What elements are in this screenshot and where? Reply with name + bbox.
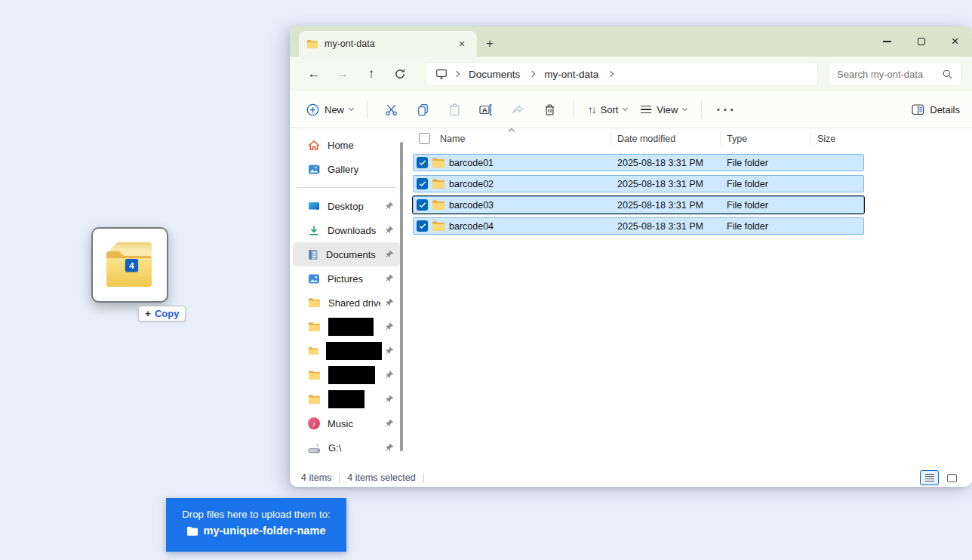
sidebar-item-redacted[interactable] <box>293 363 400 387</box>
folder-icon <box>306 39 318 49</box>
file-list-area: Name Date modified Type Size barcode01 2… <box>403 128 972 469</box>
folder-icon <box>432 157 445 168</box>
breadcrumb-item-documents[interactable]: Documents <box>466 67 523 82</box>
sidebar-item-label: Gallery <box>328 164 394 175</box>
pin-icon <box>385 250 394 259</box>
folder-icon <box>308 370 321 380</box>
rename-button[interactable]: A <box>470 96 502 123</box>
sidebar-item-redacted[interactable] <box>293 315 400 339</box>
chevron-right-icon[interactable] <box>529 71 535 77</box>
sidebar-item-redacted[interactable] <box>293 339 400 363</box>
file-row-barcode02[interactable]: barcode02 2025-08-18 3:31 PM File folder <box>413 175 864 192</box>
file-name: barcode04 <box>449 221 494 232</box>
sidebar-item-g-drive[interactable]: ? G:\ <box>293 435 400 460</box>
forward-button[interactable]: → <box>329 61 356 87</box>
file-row-barcode01[interactable]: barcode01 2025-08-18 3:31 PM File folder <box>413 154 864 171</box>
back-button[interactable]: ← <box>300 61 328 87</box>
thumbnail-icon <box>947 474 957 482</box>
minimize-button[interactable] <box>870 26 904 57</box>
refresh-button[interactable] <box>386 61 414 87</box>
svg-text:?: ? <box>316 442 319 448</box>
pin-icon <box>385 395 394 404</box>
file-row-barcode03[interactable]: barcode03 2025-08-18 3:31 PM File folder <box>413 196 864 214</box>
row-checkbox-checked[interactable] <box>417 157 428 168</box>
copy-icon <box>417 103 429 116</box>
sidebar-item-gallery[interactable]: Gallery <box>293 157 400 181</box>
sidebar-item-label: Downloads <box>328 225 377 236</box>
search-box[interactable] <box>829 62 961 86</box>
search-icon <box>942 69 953 80</box>
chevron-right-icon[interactable] <box>608 71 614 77</box>
status-divider <box>339 473 340 483</box>
column-header-name[interactable]: Name <box>440 134 465 144</box>
trash-icon <box>543 103 556 116</box>
sidebar-item-label: Desktop <box>328 201 377 212</box>
new-button[interactable]: New <box>300 99 359 121</box>
this-pc-monitor-icon <box>435 68 448 80</box>
pin-icon <box>385 202 394 211</box>
maximize-button[interactable] <box>904 26 938 57</box>
folder-icon <box>432 178 445 189</box>
file-row-barcode04[interactable]: barcode04 2025-08-18 3:31 PM File folder <box>413 217 864 235</box>
scissors-icon <box>385 103 398 116</box>
sidebar-item-shared-drives[interactable]: Shared drives <box>293 291 400 315</box>
paste-button[interactable] <box>438 96 470 123</box>
refresh-icon <box>394 68 406 80</box>
column-header-date-modified[interactable]: Date modified <box>611 132 720 146</box>
details-pane-icon <box>912 104 924 115</box>
toolbar-divider <box>367 100 368 118</box>
explorer-tab[interactable]: my-ont-data × <box>299 31 477 57</box>
sidebar-item-home[interactable]: Home <box>293 133 400 157</box>
back-icon: ← <box>308 66 321 82</box>
copy-action-label: Copy <box>155 308 180 319</box>
folder-icon <box>432 220 445 232</box>
download-icon <box>308 225 320 236</box>
item-count: 4 items <box>301 472 331 483</box>
file-date-modified: 2025-08-18 3:31 PM <box>611 179 721 189</box>
file-date-modified: 2025-08-18 3:31 PM <box>611 221 721 232</box>
drop-upload-banner[interactable]: Drop files here to upload them to: my-un… <box>166 498 346 552</box>
close-button[interactable]: × <box>938 26 972 57</box>
sidebar-item-redacted[interactable] <box>293 387 400 411</box>
row-checkbox-checked[interactable] <box>417 199 428 211</box>
large-icons-view-toggle[interactable] <box>943 470 961 485</box>
sort-button[interactable]: ↑↓ Sort <box>581 100 634 120</box>
column-header-size[interactable]: Size <box>811 132 864 146</box>
column-header-type[interactable]: Type <box>720 132 811 146</box>
redacted-label <box>326 342 382 360</box>
row-checkbox-checked[interactable] <box>417 220 428 232</box>
view-button[interactable]: View <box>634 100 694 120</box>
row-checkbox-checked[interactable] <box>417 178 428 189</box>
folder-icon <box>308 346 318 356</box>
details-view-toggle[interactable] <box>920 470 939 485</box>
sidebar-item-pictures[interactable]: Pictures <box>293 266 400 291</box>
share-button[interactable] <box>502 96 534 123</box>
sidebar-item-documents[interactable]: Documents <box>293 242 400 266</box>
chevron-right-icon[interactable] <box>454 71 460 77</box>
toolbar-divider <box>701 100 702 118</box>
address-bar[interactable]: Documents my-ont-data <box>426 62 818 86</box>
sidebar-item-desktop[interactable]: Desktop <box>293 194 400 218</box>
copy-button[interactable] <box>407 96 438 123</box>
up-button[interactable]: ↑ <box>358 61 385 87</box>
sidebar-item-label: Documents <box>326 249 377 260</box>
folder-icon <box>308 297 321 308</box>
sidebar-item-label: Music <box>328 418 377 429</box>
drag-ghost-card[interactable]: 4 <box>91 227 168 303</box>
search-input[interactable] <box>837 69 937 80</box>
select-all-checkbox[interactable] <box>419 133 430 144</box>
breadcrumb-item-my-ont-data[interactable]: my-ont-data <box>541 67 601 82</box>
sidebar-item-downloads[interactable]: Downloads <box>293 218 400 242</box>
details-pane-button[interactable]: Details <box>912 104 960 115</box>
new-tab-button[interactable]: + <box>477 31 503 57</box>
tab-close-icon[interactable]: × <box>454 36 469 51</box>
cut-button[interactable] <box>375 96 407 123</box>
rename-icon: A <box>479 103 493 116</box>
pin-icon <box>385 298 394 307</box>
more-options-button[interactable]: • • • <box>709 96 741 123</box>
ellipsis-icon: • • • <box>717 105 734 114</box>
delete-button[interactable] <box>534 96 565 123</box>
sidebar-item-label: Home <box>328 140 394 151</box>
sidebar-item-label: Pictures <box>328 273 377 285</box>
sidebar-item-music[interactable]: ♪ Music <box>293 411 400 435</box>
